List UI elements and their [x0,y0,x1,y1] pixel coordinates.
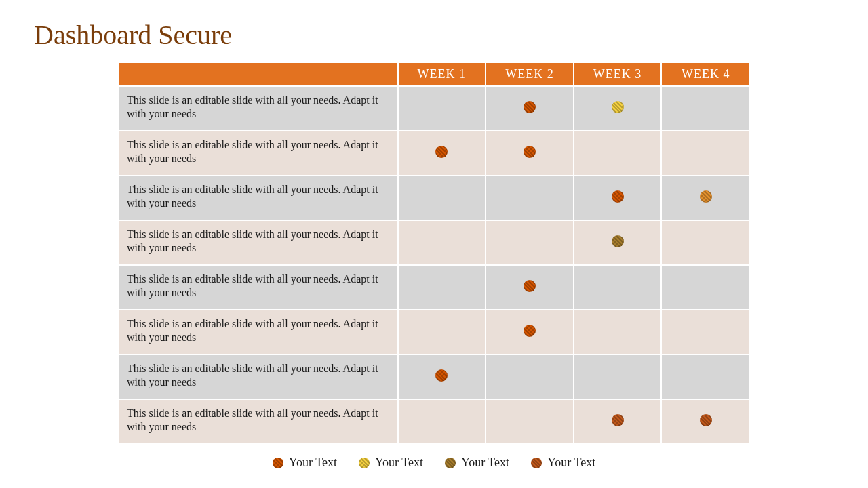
dot-icon [524,146,536,158]
dot-icon [524,101,536,113]
table-row: This slide is an editable slide with all… [119,220,749,265]
row-description: This slide is an editable slide with all… [119,265,398,310]
cell-week1 [398,131,486,176]
cell-week2 [486,131,574,176]
legend-label: Your Text [461,455,509,470]
row-description: This slide is an editable slide with all… [119,399,398,443]
cell-week4 [661,265,749,310]
slide: Dashboard Secure WEEK 1 WEEK 2 WEEK 3 WE… [0,0,868,488]
cell-week3 [574,310,662,354]
dot-icon [612,235,624,247]
row-description: This slide is an editable slide with all… [119,131,398,176]
table-row: This slide is an editable slide with all… [119,131,749,176]
dot-icon [612,190,624,203]
header-week2: WEEK 2 [486,63,574,86]
dot-icon [612,101,624,113]
dot-icon [359,458,370,468]
table-row: This slide is an editable slide with all… [119,265,749,310]
legend-label: Your Text [375,455,423,470]
table-row: This slide is an editable slide with all… [119,176,749,220]
header-blank [119,63,398,86]
cell-week4 [661,176,749,220]
cell-week3 [574,354,662,399]
legend-label: Your Text [289,455,337,470]
legend-item: Your Text [273,455,337,470]
row-description: This slide is an editable slide with all… [119,220,398,265]
legend-item: Your Text [531,455,595,470]
legend-item: Your Text [359,455,423,470]
cell-week3 [574,399,662,443]
cell-week1 [398,354,486,399]
cell-week1 [398,310,486,354]
cell-week4 [661,354,749,399]
row-description: This slide is an editable slide with all… [119,86,398,131]
cell-week1 [398,265,486,310]
cell-week4 [661,399,749,443]
cell-week3 [574,131,662,176]
dot-icon [435,146,448,158]
cell-week3 [574,265,662,310]
header-week3: WEEK 3 [574,63,662,86]
dot-icon [524,280,536,292]
cell-week2 [486,220,574,265]
cell-week3 [574,86,662,131]
legend-item: Your Text [445,455,509,470]
cell-week3 [574,176,662,220]
dot-icon [612,414,624,426]
cell-week1 [398,399,486,443]
dot-icon [524,325,536,337]
cell-week1 [398,220,486,265]
legend-label: Your Text [547,455,595,470]
header-week4: WEEK 4 [661,63,749,86]
dot-icon [435,369,448,382]
table-row: This slide is an editable slide with all… [119,310,749,354]
cell-week2 [486,86,574,131]
cell-week2 [486,310,574,354]
cell-week4 [661,131,749,176]
cell-week4 [661,220,749,265]
cell-week4 [661,86,749,131]
header-week1: WEEK 1 [398,63,486,86]
dot-icon [531,458,542,468]
cell-week2 [486,399,574,443]
legend: Your TextYour TextYour TextYour Text [119,455,749,472]
dot-icon [273,458,283,468]
row-description: This slide is an editable slide with all… [119,354,398,399]
cell-week3 [574,220,662,265]
dot-icon [700,414,712,426]
cell-week2 [486,265,574,310]
cell-week2 [486,176,574,220]
cell-week1 [398,86,486,131]
schedule-table: WEEK 1 WEEK 2 WEEK 3 WEEK 4 This slide i… [119,63,749,443]
dot-icon [700,190,712,203]
cell-week4 [661,310,749,354]
page-title: Dashboard Secure [34,19,834,51]
cell-week2 [486,354,574,399]
table-row: This slide is an editable slide with all… [119,399,749,443]
dot-icon [445,458,456,468]
table-row: This slide is an editable slide with all… [119,354,749,399]
table-row: This slide is an editable slide with all… [119,86,749,131]
cell-week1 [398,176,486,220]
row-description: This slide is an editable slide with all… [119,176,398,220]
table-header-row: WEEK 1 WEEK 2 WEEK 3 WEEK 4 [119,63,749,86]
row-description: This slide is an editable slide with all… [119,310,398,354]
